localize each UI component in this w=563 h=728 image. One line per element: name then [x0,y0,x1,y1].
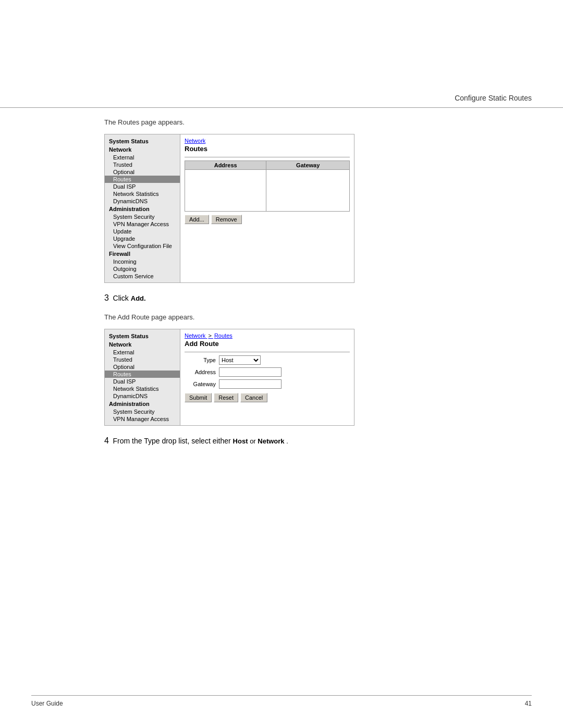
sidebar-item-upgrade[interactable]: Upgrade [105,235,180,242]
address-row: Address [185,367,350,377]
sidebar2-item-external[interactable]: External [105,349,180,356]
sidebar-item-dual-isp[interactable]: Dual ISP [105,183,180,190]
step-3-block: 3 Click Add. [104,293,532,303]
breadcrumb-separator: > [208,332,213,339]
routes-breadcrumb[interactable]: Network [185,138,350,144]
routes-content-pane: Network Routes Address Gateway [180,134,354,282]
page-footer: User Guide 41 [31,695,532,707]
sidebar-item-view-config[interactable]: View Configuration File [105,242,180,250]
sidebar-item-custom-service[interactable]: Custom Service [105,273,180,280]
step-3-label: Click [113,294,131,302]
step-3-bold: Add. [131,294,146,302]
step-4-bold2: Network [258,437,284,445]
routes-table: Address Gateway [185,161,350,212]
gateway-input[interactable] [219,379,282,389]
step-4-bold1: Host [233,437,248,445]
routes-divider [185,157,350,157]
sidebar-item-vpn-manager[interactable]: VPN Manager Access [105,220,180,228]
page-title: Configure Static Routes [455,94,532,102]
intro-text-1: The Routes page appears. [104,118,532,126]
add-route-breadcrumb[interactable]: Network > Routes [185,332,350,339]
sidebar-item-external[interactable]: External [105,154,180,161]
page-header: Configure Static Routes [0,0,563,108]
cancel-button[interactable]: Cancel [240,393,267,402]
address-input[interactable] [219,367,282,377]
routes-screenshot: System Status Network External Trusted O… [104,134,354,283]
step-4-label: From the Type drop list, select either [113,437,233,445]
sidebar-item-network-statistics[interactable]: Network Statistics [105,190,180,198]
table-buttons: Add... Remove [185,215,350,224]
step-4-or: or [250,437,258,445]
breadcrumb-network: Network [185,332,205,339]
step-4-period: . [286,437,288,445]
sidebar-item-optional[interactable]: Optional [105,168,180,176]
sidebar-item-system-security[interactable]: System Security [105,213,180,220]
sidebar-item-outgoing[interactable]: Outgoing [105,265,180,273]
step-3-number: 3 [104,293,109,302]
sidebar-2: System Status Network External Trusted O… [105,329,180,425]
step-4-number: 4 [104,436,109,445]
main-content: The Routes page appears. System Status N… [0,108,563,472]
step-4-block: 4 From the Type drop list, select either… [104,436,532,446]
sidebar-item-routes[interactable]: Routes [105,176,180,183]
sidebar2-item-dynamic-dns[interactable]: DynamicDNS [105,392,180,400]
sidebar2-system-status: System Status [105,332,180,340]
sidebar-item-trusted[interactable]: Trusted [105,161,180,168]
type-row: Type Host Network [185,355,350,365]
add-route-content-pane: Network > Routes Add Route Type Host Net… [180,329,354,425]
type-select[interactable]: Host Network [219,355,261,365]
sidebar2-item-network-statistics[interactable]: Network Statistics [105,385,180,392]
sidebar2-item-vpn-manager[interactable]: VPN Manager Access [105,415,180,423]
reset-button[interactable]: Reset [214,393,238,402]
gateway-row: Gateway [185,379,350,389]
sidebar2-network-header: Network [105,340,180,349]
sidebar2-item-optional[interactable]: Optional [105,363,180,371]
add-route-buttons: Submit Reset Cancel [185,393,350,402]
sidebar-1: System Status Network External Trusted O… [105,134,180,282]
sidebar-admin-header: Administration [105,205,180,213]
sidebar-system-status: System Status [105,137,180,145]
routes-title: Routes [185,145,350,153]
sidebar2-item-trusted[interactable]: Trusted [105,356,180,363]
footer-right: 41 [525,700,532,707]
sidebar-network-header: Network [105,145,180,154]
sidebar-item-update[interactable]: Update [105,228,180,235]
type-label: Type [185,357,216,363]
sidebar-item-dynamic-dns[interactable]: DynamicDNS [105,198,180,205]
add-route-divider [185,352,350,352]
add-route-title: Add Route [185,340,350,348]
sidebar-item-incoming[interactable]: Incoming [105,258,180,265]
remove-button[interactable]: Remove [211,215,242,224]
col-gateway: Gateway [266,161,350,170]
address-label: Address [185,369,216,375]
sidebar2-item-dual-isp[interactable]: Dual ISP [105,378,180,385]
footer-left: User Guide [31,700,63,707]
gateway-cell [266,170,350,212]
add-button[interactable]: Add... [185,215,209,224]
sidebar-firewall-header: Firewall [105,250,180,258]
sidebar2-item-system-security[interactable]: System Security [105,408,180,415]
gateway-label: Gateway [185,381,216,387]
submit-button[interactable]: Submit [185,393,212,402]
page-container: Configure Static Routes The Routes page … [0,0,563,728]
col-address: Address [185,161,266,170]
sidebar2-item-routes[interactable]: Routes [105,371,180,378]
address-cell [185,170,266,212]
breadcrumb-routes: Routes [214,332,232,339]
sidebar2-admin-header: Administration [105,400,180,408]
add-route-screenshot: System Status Network External Trusted O… [104,329,354,426]
intro-text-2: The Add Route page appears. [104,313,532,321]
